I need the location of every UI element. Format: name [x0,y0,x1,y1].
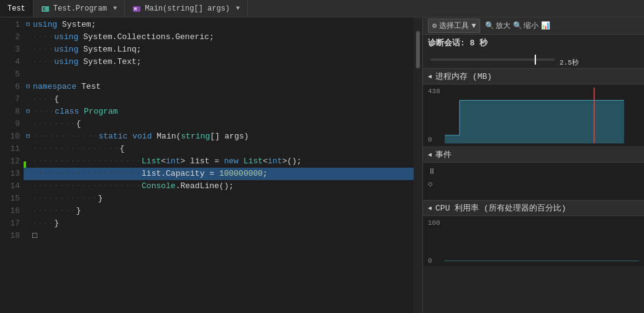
events-section-label: 事件 [435,149,451,160]
cpu-chart-canvas [445,219,639,263]
main-content: 1 2 3 4 5 6 7 8 9 10 11 12 13 14 15 16 1… [0,17,644,313]
line-num-1: 1 [0,19,20,31]
line-num-8: 8 [0,106,20,118]
code-line-15: ············ } [24,193,414,205]
line-num-5: 5 [0,68,20,81]
tab-test-program-dropdown[interactable]: ▼ [113,5,117,12]
code-line-11: ················ { [24,143,414,155]
memory-y-max-label: 438 [428,88,440,95]
code-lines: ⊟ using System; ···· using System.Collec… [24,17,414,313]
line-num-14: 14 [0,180,20,193]
diagnostics-panel: ⚙ 选择工具 ▼ 🔍 放大 🔍 缩小 📊 [422,17,644,313]
memory-chart: 438 0 [423,84,644,147]
line-num-17: 17 [0,217,20,230]
collapse-6[interactable]: ⊟ [24,83,32,91]
line-num-7: 7 [0,93,20,106]
chart-button[interactable]: 📊 [541,21,550,30]
event-row-2: ◇ [428,178,639,190]
code-line-7: ···· { [24,93,414,106]
code-line-4: ···· using System.Text; [24,56,414,68]
gear-icon: ⚙ [432,21,437,30]
line-num-13: 13 [0,168,20,180]
line-num-15: 15 [0,193,20,205]
line-num-12: 12 [0,155,20,168]
cpu-section-label: CPU 利用率 (所有处理器的百分比) [435,202,566,214]
diag-content[interactable]: 诊断会话: 8 秒 2.5秒 ◀ 进程内存 (MB) 438 0 [423,35,644,313]
tab-bar: Test C Test.Program ▼ M Main(string[] ar… [0,0,644,17]
cpu-y-min-label: 0 [428,257,432,265]
line-num-4: 4 [0,56,20,68]
code-line-10: ⊟ ············ static void Main(string[]… [24,130,414,143]
collapse-8[interactable]: ⊟ [24,107,32,116]
line-num-11: 11 [0,143,20,155]
code-line-18: □ [24,230,414,242]
timeline-bar [430,58,555,61]
tab-main-args-dropdown[interactable]: ▼ [236,5,240,12]
line-num-2: 2 [0,31,20,43]
code-scrollbar[interactable] [414,17,422,313]
line-num-16: 16 [0,205,20,217]
memory-section-header[interactable]: ◀ 进程内存 (MB) [423,68,644,84]
zoom-out-button[interactable]: 🔍 缩小 [513,20,538,31]
timeline-area: 2.5秒 [423,51,644,68]
memory-section-label: 进程内存 (MB) [435,71,492,82]
session-label: 诊断会话: 8 秒 [428,39,488,48]
select-tool-dropdown-icon: ▼ [471,22,476,30]
cpu-collapse-arrow: ◀ [428,204,432,212]
code-editor[interactable]: 1 2 3 4 5 6 7 8 9 10 11 12 13 14 15 16 1… [0,17,422,313]
method-icon: M [132,4,141,13]
svg-text:M: M [134,7,137,12]
diamond-icon: ◇ [428,179,433,189]
event-row-1: ⏸ [428,165,639,178]
line-numbers: 1 2 3 4 5 6 7 8 9 10 11 12 13 14 15 16 1… [0,17,24,313]
scrollbar-thumb[interactable] [416,31,420,68]
events-area: ⏸ ◇ [423,163,644,200]
code-scroll: 1 2 3 4 5 6 7 8 9 10 11 12 13 14 15 16 1… [0,17,422,313]
code-line-8: ⊟ ···· class Program [24,106,414,118]
cpu-chart: 100 0 [423,216,644,266]
code-line-5 [24,68,414,81]
line-num-9: 9 [0,118,20,130]
collapse-10[interactable]: ⊟ [24,132,32,141]
tab-test-program[interactable]: C Test.Program ▼ [34,0,125,17]
events-section-header[interactable]: ◀ 事件 [423,147,644,163]
select-tool-label: 选择工具 [439,20,469,31]
line-num-3: 3 [0,43,20,56]
code-line-16: ········ } [24,205,414,217]
tab-main-args[interactable]: M Main(string[] args) ▼ [125,0,248,17]
select-tool-button[interactable]: ⚙ 选择工具 ▼ [428,19,480,33]
code-line-6: ⊟ namespace Test [24,81,414,93]
code-line-12: ···················· List<int> list = ne… [24,155,414,168]
svg-rect-6 [445,219,639,263]
zoom-controls: 🔍 放大 🔍 缩小 📊 [485,20,550,31]
svg-text:C: C [43,7,45,12]
zoom-out-icon: 🔍 [513,21,522,30]
memory-collapse-arrow: ◀ [428,73,432,80]
memory-chart-canvas [445,88,639,143]
code-line-13: ···················· list.Capacity = 100… [24,168,414,180]
tab-test-program-label: Test.Program [53,4,107,13]
cpu-section-header[interactable]: ◀ CPU 利用率 (所有处理器的百分比) [423,200,644,216]
class-icon: C [41,4,50,13]
line-num-6: 6 [0,81,20,93]
session-header: 诊断会话: 8 秒 [423,35,644,51]
zoom-in-icon: 🔍 [485,21,494,30]
code-line-17: ···· } [24,217,414,230]
chart-icon: 📊 [541,21,550,30]
code-line-9: ········ { [24,118,414,130]
zoom-in-button[interactable]: 🔍 放大 [485,20,510,31]
collapse-1[interactable]: ⊟ [24,20,32,29]
code-line-14: ···················· Console.ReadLine(); [24,180,414,193]
cpu-y-max-label: 100 [428,219,440,227]
timeline-marker [535,55,536,65]
code-line-1: ⊟ using System; [24,19,414,31]
memory-y-min-label: 0 [428,136,432,143]
line-num-10: 10 [0,130,20,143]
code-line-2: ···· using System.Collections.Generic; [24,31,414,43]
tab-test[interactable]: Test [0,0,34,17]
tab-main-args-label: Main(string[] args) [145,4,230,13]
diag-toolbar: ⚙ 选择工具 ▼ 🔍 放大 🔍 缩小 📊 [423,17,644,35]
tab-test-label: Test [7,4,25,13]
pause-icon: ⏸ [428,167,436,176]
code-line-3: ···· using System.Linq; [24,43,414,56]
